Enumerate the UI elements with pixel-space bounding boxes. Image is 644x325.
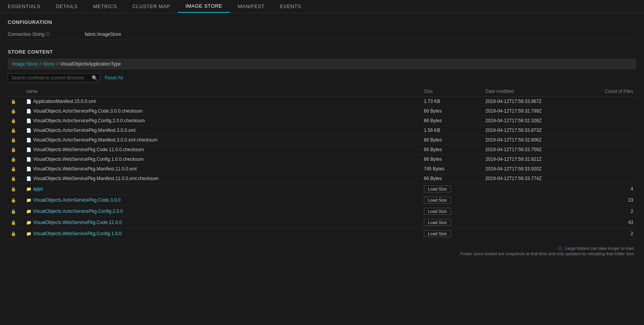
lock-icon: 🔒 <box>11 99 16 104</box>
connection-string-info-icon[interactable]: ⓘ <box>46 31 50 37</box>
date-cell: 2019-04-12T17:59:32.799Z <box>482 106 575 116</box>
lock-cell: 🔒 <box>8 155 23 164</box>
date-cell <box>482 206 575 217</box>
footer-info-icon: ⓘ <box>558 246 562 251</box>
load-size-button[interactable]: Load Size <box>424 219 451 226</box>
size-cell: 66 Bytes <box>421 155 482 164</box>
count-cell <box>575 135 636 145</box>
size-cell: 66 Bytes <box>421 135 482 145</box>
count-cell <box>575 97 636 106</box>
name-cell: 📁VisualObjects.ActorServicePkg.Config.2.… <box>23 206 421 217</box>
load-size-button[interactable]: Load Size <box>424 197 451 204</box>
search-input[interactable] <box>8 73 100 83</box>
file-icon: 📄 <box>26 109 32 114</box>
breadcrumb-image-store[interactable]: Image Store <box>12 61 37 67</box>
name-cell: 📁VisualObjects.WebServicePkg.Config.1.0.… <box>23 228 421 239</box>
file-icon: 📄 <box>26 147 32 152</box>
nav-item-details[interactable]: DETAILS <box>48 0 85 12</box>
table-row: 🔒📄VisualObjects.WebServicePkg.Config.1.0… <box>8 155 636 164</box>
configuration-section: CONFIGURATION Connection String ⓘ fabric… <box>8 19 636 40</box>
table-row: 🔒📄VisualObjects.ActorServicePkg.Manifest… <box>8 126 636 135</box>
table-row: 🔒📄VisualObjects.WebServicePkg.Code.11.0.… <box>8 145 636 155</box>
lock-icon: 🔒 <box>11 147 16 152</box>
nav-bar: ESSENTIALSDETAILSMETRICSCLUSTER MAPIMAGE… <box>0 0 644 13</box>
breadcrumb: Image Store > Store > VisualObjectsAppli… <box>8 59 636 69</box>
folder-icon: 📁 <box>26 231 32 236</box>
lock-cell: 🔒 <box>8 106 23 116</box>
file-name: VisualObjects.WebServicePkg.Config.1.0.0… <box>33 157 144 162</box>
lock-icon: 🔒 <box>11 167 16 171</box>
table-row: 🔒📄ApplicationManifest.15.0.0.xml1.73 KB2… <box>8 97 636 106</box>
count-cell <box>575 174 636 184</box>
nav-item-cluster-map[interactable]: CLUSTER MAP <box>125 0 178 12</box>
size-cell: 66 Bytes <box>421 145 482 155</box>
nav-item-manifest[interactable]: MANIFEST <box>230 0 272 12</box>
folder-name[interactable]: apps <box>33 186 43 192</box>
search-icon[interactable]: 🔍 <box>92 75 98 81</box>
size-cell: 1.56 KB <box>421 126 482 135</box>
folder-name[interactable]: VisualObjects.ActorServicePkg.Code.3.0.0 <box>33 197 120 203</box>
date-cell <box>482 217 575 228</box>
nav-item-essentials[interactable]: ESSENTIALS <box>0 0 48 12</box>
col-name: name <box>23 86 421 97</box>
folder-name[interactable]: VisualObjects.WebServicePkg.Config.1.0.0 <box>33 231 122 236</box>
folder-name[interactable]: VisualObjects.WebServicePkg.Code.11.0.0 <box>33 220 122 225</box>
folder-name[interactable]: VisualObjects.ActorServicePkg.Config.2.0… <box>33 209 123 214</box>
name-cell: 📄ApplicationManifest.15.0.0.xml <box>23 97 421 106</box>
lock-cell: 🔒 <box>8 145 23 155</box>
connection-string-label: Connection String ⓘ <box>8 31 85 37</box>
lock-icon: 🔒 <box>11 187 16 191</box>
lock-cell: 🔒 <box>8 206 23 217</box>
count-cell: 2 <box>575 206 636 217</box>
lock-icon: 🔒 <box>11 118 16 123</box>
lock-icon: 🔒 <box>11 157 16 162</box>
table-row: 🔒📄VisualObjects.WebServicePkg.Manifest.1… <box>8 164 636 174</box>
count-cell <box>575 155 636 164</box>
footer-note1: Large folders can take longer to load. <box>565 246 635 251</box>
col-lock <box>8 86 23 97</box>
lock-cell: 🔒 <box>8 126 23 135</box>
file-name: VisualObjects.ActorServicePkg.Manifest.3… <box>33 137 157 143</box>
file-name: VisualObjects.WebServicePkg.Manifest.11.… <box>33 176 159 181</box>
load-size-button[interactable]: Load Size <box>424 185 451 192</box>
load-size-button[interactable]: Load Size <box>424 208 451 215</box>
date-cell: 2019-04-12T17:59:33.873Z <box>482 126 575 135</box>
size-cell: Load Size <box>421 184 482 195</box>
name-cell: 📁apps <box>23 184 421 195</box>
name-cell: 📁VisualObjects.WebServicePkg.Code.11.0.0 <box>23 217 421 228</box>
name-cell: 📄VisualObjects.ActorServicePkg.Code.3.0.… <box>23 106 421 116</box>
file-icon: 📄 <box>26 138 32 143</box>
file-name: VisualObjects.ActorServicePkg.Config.2.0… <box>33 118 145 123</box>
size-cell: 1.73 KB <box>421 97 482 106</box>
lock-cell: 🔒 <box>8 195 23 206</box>
file-icon: 📄 <box>26 167 32 172</box>
name-cell: 📄VisualObjects.WebServicePkg.Manifest.11… <box>23 174 421 184</box>
date-cell <box>482 184 575 195</box>
name-cell: 📄VisualObjects.ActorServicePkg.Manifest.… <box>23 135 421 145</box>
folder-icon: 📁 <box>26 209 32 214</box>
file-table-body: 🔒📄ApplicationManifest.15.0.0.xml1.73 KB2… <box>8 97 636 239</box>
nav-item-metrics[interactable]: METRICS <box>85 0 125 12</box>
breadcrumb-store[interactable]: Store <box>43 61 54 67</box>
lock-icon: 🔒 <box>11 209 16 214</box>
count-cell <box>575 126 636 135</box>
table-row: 🔒📄VisualObjects.ActorServicePkg.Code.3.0… <box>8 106 636 116</box>
lock-icon: 🔒 <box>11 138 16 142</box>
nav-item-events[interactable]: EVENTS <box>272 0 309 12</box>
date-cell <box>482 195 575 206</box>
file-table: name Size Date modified Count of Files 🔒… <box>8 86 636 239</box>
reset-all-button[interactable]: Reset All <box>105 75 123 81</box>
nav-item-image-store[interactable]: IMAGE STORE <box>178 0 230 13</box>
main-content: CONFIGURATION Connection String ⓘ fabric… <box>0 13 644 262</box>
table-row: 🔒📁VisualObjects.WebServicePkg.Code.11.0.… <box>8 217 636 228</box>
load-size-button[interactable]: Load Size <box>424 230 451 237</box>
file-icon: 📄 <box>26 128 32 133</box>
file-name: VisualObjects.WebServicePkg.Code.11.0.0.… <box>33 147 144 152</box>
name-cell: 📄VisualObjects.WebServicePkg.Config.1.0.… <box>23 155 421 164</box>
lock-icon: 🔒 <box>11 220 16 225</box>
count-cell <box>575 106 636 116</box>
date-cell: 2019-04-12T17:59:32.821Z <box>482 155 575 164</box>
footer-note: ⓘ Large folders can take longer to load.… <box>8 246 636 256</box>
file-name: ApplicationManifest.15.0.0.xml <box>33 99 96 104</box>
count-cell: 2 <box>575 228 636 239</box>
